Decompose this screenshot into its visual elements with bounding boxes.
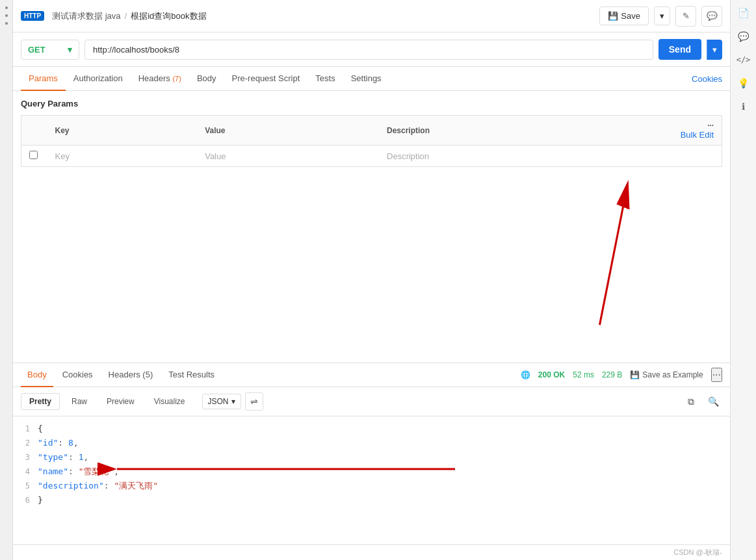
col-key: Key (47, 116, 198, 146)
format-right-icons: ⧉ 🔍 (682, 392, 722, 411)
svg-line-1 (599, 194, 625, 325)
row-actions-cell (670, 146, 722, 167)
response-more-button[interactable]: ··· (711, 368, 722, 382)
query-params-section: Query Params Key Value Description ··· B… (13, 91, 730, 175)
line-num-6: 6 (18, 493, 38, 507)
credit-text: CSDN @-耿瑞- (673, 548, 722, 556)
save-example-button[interactable]: 💾 Save as Example (630, 370, 703, 379)
tab-headers[interactable]: Headers (7) (131, 67, 189, 91)
pencil-icon: ✎ (683, 11, 690, 21)
col-checkbox (21, 116, 47, 146)
line-num-4: 4 (18, 465, 38, 479)
json-line-2: 2 "id": 8, (13, 436, 730, 450)
json-line-4: 4 "name": "雪梨花", (13, 465, 730, 479)
response-tab-body[interactable]: Body (21, 363, 53, 387)
line-content-1: { (38, 422, 725, 436)
headers-badge: (7) (172, 75, 181, 83)
tab-tests[interactable]: Tests (307, 67, 343, 91)
method-select[interactable]: GET ▾ (21, 40, 79, 60)
json-line-3: 3 "type": 1, (13, 450, 730, 465)
sidebar-dot (5, 22, 8, 25)
bulk-edit-button[interactable]: Bulk Edit (681, 130, 714, 140)
comment-button[interactable]: 💬 (701, 6, 722, 27)
line-num-5: 5 (18, 479, 38, 493)
sidebar-comment-icon[interactable]: 💬 (737, 30, 750, 43)
row-checkbox[interactable] (29, 151, 38, 159)
top-bar: HTTP 测试请求数据 java / 根据id查询book数据 💾 Save ▾… (13, 0, 730, 32)
json-label: JSON (208, 397, 229, 406)
json-line-5: 5 "description": "满天飞雨" (13, 479, 730, 493)
breadcrumb-separator: / (125, 11, 127, 21)
sidebar-dot (5, 14, 8, 17)
method-label: GET (28, 45, 46, 55)
sidebar-code-icon[interactable]: </> (737, 53, 750, 66)
response-meta: 🌐 200 OK 52 ms 229 B 💾 Save as Example ·… (521, 368, 722, 382)
save-icon: 💾 (608, 11, 618, 21)
params-table: Key Value Description ··· Bulk Edit Key … (21, 115, 722, 167)
main-content: HTTP 测试请求数据 java / 根据id查询book数据 💾 Save ▾… (13, 0, 730, 560)
send-label: Send (669, 44, 691, 55)
copy-button[interactable]: ⧉ (682, 392, 700, 411)
response-time: 52 ms (573, 370, 594, 379)
send-button[interactable]: Send (658, 39, 701, 60)
method-chevron-icon: ▾ (68, 45, 72, 55)
row-key-cell[interactable]: Key (47, 146, 198, 167)
comment-icon: 💬 (707, 11, 718, 21)
pencil-button[interactable]: ✎ (675, 6, 696, 27)
tab-authorization[interactable]: Authorization (66, 67, 131, 91)
save-dropdown-button[interactable]: ▾ (654, 6, 670, 25)
annotation-arrow-up (13, 175, 730, 363)
sidebar-info-icon[interactable]: ℹ (737, 100, 750, 113)
top-actions: 💾 Save ▾ ✎ 💬 (599, 6, 722, 27)
globe-icon: 🌐 (521, 370, 530, 379)
send-dropdown-button[interactable]: ▾ (707, 40, 722, 60)
response-tab-cookies[interactable]: Cookies (56, 363, 99, 387)
line-content-2: "id": 8, (38, 436, 725, 450)
sidebar-dot (5, 6, 8, 9)
format-bar: Pretty Raw Preview Visualize JSON ▾ ⇌ ⧉ … (13, 387, 730, 416)
json-format-select[interactable]: JSON ▾ (202, 394, 241, 409)
left-sidebar (0, 0, 13, 560)
row-value-cell[interactable]: Value (197, 146, 379, 167)
line-num-1: 1 (18, 422, 38, 436)
line-content-4: "name": "雪梨花", (38, 465, 725, 479)
format-tab-raw[interactable]: Raw (64, 394, 95, 409)
url-input[interactable] (85, 40, 653, 60)
sidebar-document-icon[interactable]: 📄 (737, 6, 750, 19)
tab-prerequest[interactable]: Pre-request Script (224, 67, 308, 91)
save-button[interactable]: 💾 Save (599, 6, 649, 25)
row-checkbox-cell (21, 146, 47, 167)
format-tab-visualize[interactable]: Visualize (146, 394, 193, 409)
line-content-5: "description": "满天飞雨" (38, 479, 725, 493)
col-actions: ··· Bulk Edit (670, 116, 722, 146)
save-label: Save (621, 11, 640, 21)
more-actions-icon: ··· (707, 121, 714, 130)
table-row: Key Value Description (21, 146, 722, 167)
json-chevron-icon: ▾ (231, 397, 235, 406)
line-num-2: 2 (18, 436, 38, 450)
request-tabs: Params Authorization Headers (7) Body Pr… (13, 67, 730, 91)
json-viewer: 1 { 2 "id": 8, 3 "type": 1, 4 "name": "雪… (13, 416, 730, 544)
cookies-link[interactable]: Cookies (692, 74, 722, 84)
save-example-icon: 💾 (630, 370, 640, 379)
response-tab-testresults[interactable]: Test Results (162, 363, 221, 387)
row-desc-cell[interactable]: Description (379, 146, 670, 167)
tab-body[interactable]: Body (189, 67, 224, 91)
line-content-3: "type": 1, (38, 450, 725, 465)
tab-settings[interactable]: Settings (343, 67, 389, 91)
save-example-label: Save as Example (642, 370, 703, 379)
sidebar-bulb-icon[interactable]: 💡 (737, 77, 750, 90)
col-value: Value (197, 116, 379, 146)
format-tab-pretty[interactable]: Pretty (21, 393, 60, 410)
url-bar: GET ▾ Send ▾ (13, 32, 730, 67)
response-size: 229 B (602, 370, 622, 379)
json-line-6: 6 } (13, 493, 730, 507)
wrap-icon[interactable]: ⇌ (245, 392, 263, 411)
col-description: Description (379, 116, 670, 146)
response-section: Body Cookies Headers (5) Test Results 🌐 … (13, 363, 730, 544)
response-tab-headers[interactable]: Headers (5) (102, 363, 160, 387)
format-tab-preview[interactable]: Preview (99, 394, 142, 409)
tab-params[interactable]: Params (21, 67, 66, 91)
http-badge: HTTP (21, 11, 44, 21)
search-button[interactable]: 🔍 (704, 392, 722, 411)
